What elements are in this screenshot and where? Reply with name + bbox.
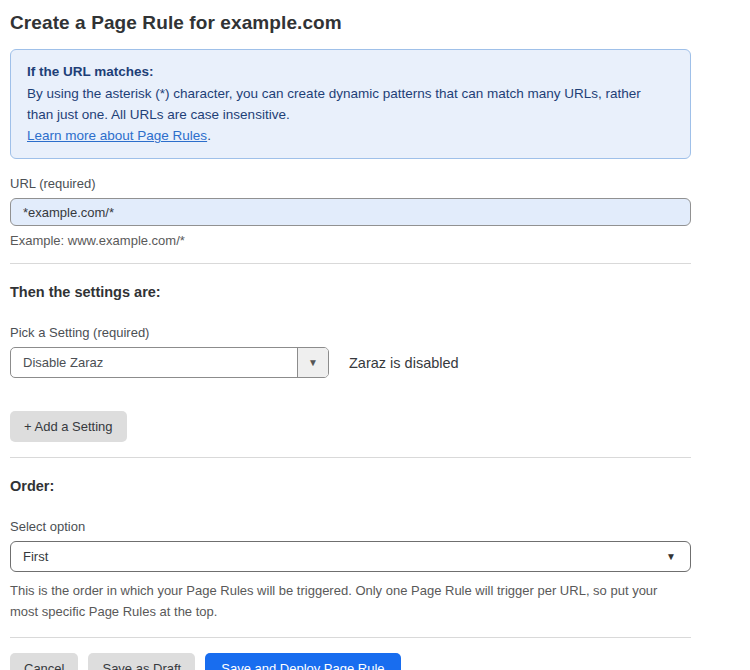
order-help-text: This is the order in which your Page Rul… [10, 580, 680, 622]
url-field-label: URL (required) [10, 176, 691, 191]
add-setting-button[interactable]: + Add a Setting [10, 411, 127, 442]
order-select-value: First [23, 549, 48, 564]
order-select-label: Select option [10, 519, 691, 534]
save-as-draft-button[interactable]: Save as Draft [88, 653, 195, 670]
order-section-heading: Order: [10, 478, 691, 494]
setting-row: Disable Zaraz ▼ Zaraz is disabled [10, 347, 691, 378]
divider [10, 457, 691, 458]
order-select[interactable]: First ▼ [10, 541, 691, 572]
link-suffix: . [207, 128, 211, 143]
url-example-hint: Example: www.example.com/* [10, 233, 691, 248]
chevron-down-icon: ▼ [308, 357, 318, 368]
save-and-deploy-button[interactable]: Save and Deploy Page Rule [205, 653, 400, 670]
cancel-button[interactable]: Cancel [10, 653, 78, 670]
divider [10, 637, 691, 638]
setting-select[interactable]: Disable Zaraz ▼ [10, 347, 329, 378]
info-box-body: By using the asterisk (*) character, you… [27, 83, 647, 125]
page-title: Create a Page Rule for example.com [10, 12, 691, 34]
info-box-link-line: Learn more about Page Rules. [27, 125, 674, 146]
setting-picker-label: Pick a Setting (required) [10, 325, 691, 340]
url-match-info-box: If the URL matches: By using the asteris… [10, 49, 691, 159]
setting-status-text: Zaraz is disabled [349, 355, 459, 371]
setting-select-arrow-button[interactable]: ▼ [297, 348, 328, 377]
actions-row: Cancel Save as Draft Save and Deploy Pag… [10, 653, 691, 670]
info-box-heading: If the URL matches: [27, 61, 674, 82]
settings-section-heading: Then the settings are: [10, 284, 691, 300]
chevron-down-icon: ▼ [666, 551, 676, 562]
learn-more-link[interactable]: Learn more about Page Rules [27, 128, 207, 143]
setting-select-value: Disable Zaraz [11, 348, 297, 377]
page-rule-form: Create a Page Rule for example.com If th… [0, 0, 750, 670]
url-input[interactable] [10, 198, 691, 226]
divider [10, 263, 691, 264]
